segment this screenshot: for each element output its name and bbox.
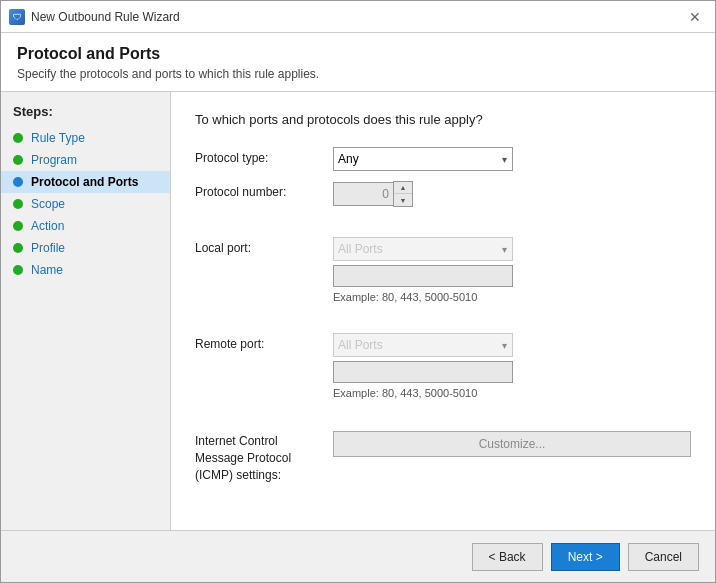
protocol-number-spinner: ▲ ▼ xyxy=(393,181,413,207)
sidebar-label-program: Program xyxy=(31,153,77,167)
remote-port-control: All Ports Specific Ports Example: 80, 44… xyxy=(333,333,691,399)
sidebar-item-scope[interactable]: Scope xyxy=(1,193,170,215)
step-dot-rule-type xyxy=(13,133,23,143)
page-title: Protocol and Ports xyxy=(17,45,699,63)
customize-button[interactable]: Customize... xyxy=(333,431,691,457)
wizard-window: 🛡 New Outbound Rule Wizard ✕ Protocol an… xyxy=(0,0,716,583)
local-port-hint: Example: 80, 443, 5000-5010 xyxy=(333,291,691,303)
page-subtitle: Specify the protocols and ports to which… xyxy=(17,67,699,81)
sidebar-item-name[interactable]: Name xyxy=(1,259,170,281)
sidebar-item-profile[interactable]: Profile xyxy=(1,237,170,259)
local-port-control: All Ports Specific Ports Example: 80, 44… xyxy=(333,237,691,303)
next-button[interactable]: Next > xyxy=(551,543,620,571)
separator-2 xyxy=(333,217,691,227)
content-area: Steps: Rule Type Program Protocol and Po… xyxy=(1,92,715,530)
protocol-type-label: Protocol type: xyxy=(195,147,325,165)
sidebar-item-protocol-ports[interactable]: Protocol and Ports xyxy=(1,171,170,193)
window-title: New Outbound Rule Wizard xyxy=(31,10,683,24)
separator-1 xyxy=(195,217,325,227)
sidebar: Steps: Rule Type Program Protocol and Po… xyxy=(1,92,171,530)
sidebar-label-name: Name xyxy=(31,263,63,277)
step-dot-name xyxy=(13,265,23,275)
spinner-down[interactable]: ▼ xyxy=(394,194,412,206)
protocol-number-control: ▲ ▼ xyxy=(333,181,691,207)
step-dot-program xyxy=(13,155,23,165)
sidebar-label-protocol-ports: Protocol and Ports xyxy=(31,175,138,189)
form-grid: Protocol type: Any TCP UDP ICMPv4 ICMPv6… xyxy=(195,147,691,483)
protocol-number-label: Protocol number: xyxy=(195,181,325,199)
sidebar-item-rule-type[interactable]: Rule Type xyxy=(1,127,170,149)
step-dot-profile xyxy=(13,243,23,253)
protocol-number-input-wrap: ▲ ▼ xyxy=(333,181,413,207)
local-port-text-input[interactable] xyxy=(333,265,513,287)
page-header: Protocol and Ports Specify the protocols… xyxy=(1,33,715,92)
separator-4 xyxy=(333,313,691,323)
step-dot-action xyxy=(13,221,23,231)
icmp-control: Customize... xyxy=(333,429,691,457)
remote-port-hint: Example: 80, 443, 5000-5010 xyxy=(333,387,691,399)
steps-label: Steps: xyxy=(1,104,170,127)
step-dot-protocol-ports xyxy=(13,177,23,187)
remote-port-label: Remote port: xyxy=(195,333,325,351)
icmp-label: Internet Control Message Protocol (ICMP)… xyxy=(195,429,325,483)
protocol-type-select-wrapper[interactable]: Any TCP UDP ICMPv4 ICMPv6 Custom xyxy=(333,147,513,171)
separator-3 xyxy=(195,313,325,323)
separator-6 xyxy=(333,409,691,419)
footer: < Back Next > Cancel xyxy=(1,530,715,582)
sidebar-item-program[interactable]: Program xyxy=(1,149,170,171)
main-panel: To which ports and protocols does this r… xyxy=(171,92,715,530)
main-question: To which ports and protocols does this r… xyxy=(195,112,691,127)
sidebar-label-action: Action xyxy=(31,219,64,233)
app-icon: 🛡 xyxy=(9,9,25,25)
spinner-up[interactable]: ▲ xyxy=(394,182,412,194)
close-button[interactable]: ✕ xyxy=(683,5,707,29)
local-port-select-wrapper[interactable]: All Ports Specific Ports xyxy=(333,237,513,261)
sidebar-label-scope: Scope xyxy=(31,197,65,211)
title-bar: 🛡 New Outbound Rule Wizard ✕ xyxy=(1,1,715,33)
sidebar-label-rule-type: Rule Type xyxy=(31,131,85,145)
local-port-label: Local port: xyxy=(195,237,325,255)
sidebar-item-action[interactable]: Action xyxy=(1,215,170,237)
local-port-select[interactable]: All Ports Specific Ports xyxy=(333,237,513,261)
cancel-button[interactable]: Cancel xyxy=(628,543,699,571)
remote-port-text-input[interactable] xyxy=(333,361,513,383)
back-button[interactable]: < Back xyxy=(472,543,543,571)
protocol-number-input[interactable] xyxy=(333,182,393,206)
remote-port-select-wrapper[interactable]: All Ports Specific Ports xyxy=(333,333,513,357)
step-dot-scope xyxy=(13,199,23,209)
remote-port-select[interactable]: All Ports Specific Ports xyxy=(333,333,513,357)
sidebar-label-profile: Profile xyxy=(31,241,65,255)
protocol-type-control: Any TCP UDP ICMPv4 ICMPv6 Custom xyxy=(333,147,691,171)
protocol-type-select[interactable]: Any TCP UDP ICMPv4 ICMPv6 Custom xyxy=(333,147,513,171)
separator-5 xyxy=(195,409,325,419)
